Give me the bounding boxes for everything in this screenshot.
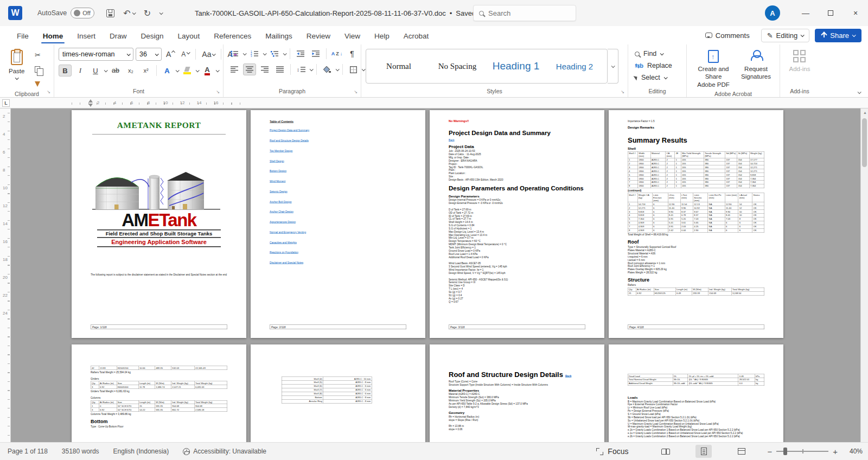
replace-button[interactable]: ⇆bReplace (633, 61, 674, 71)
tab-mailings[interactable]: Mailings (258, 29, 299, 44)
toc-link[interactable]: Shell Design (270, 159, 284, 163)
styles-dialog-launcher[interactable]: ↘ (621, 90, 624, 94)
document-page[interactable]: Table of ContentsProject Design Data and… (251, 110, 425, 338)
indent-marker[interactable] (88, 99, 93, 103)
hanging-indent-marker[interactable] (88, 104, 93, 107)
tab-stop-selector[interactable]: L (2, 99, 10, 107)
line-spacing-button[interactable]: ↕ (295, 63, 308, 75)
find-button[interactable]: Find (633, 49, 674, 59)
word-count[interactable]: 35180 words (62, 448, 99, 455)
tab-design[interactable]: Design (134, 29, 171, 44)
align-left-button[interactable] (228, 63, 241, 75)
redo-button[interactable]: ↻ (144, 8, 151, 18)
align-center-button[interactable] (243, 63, 256, 75)
style-no-spacing[interactable]: No Spacing (428, 51, 487, 81)
create-share-pdf-button[interactable]: Create and Share Adobe PDF (691, 48, 736, 91)
grow-font-button[interactable]: A (164, 49, 177, 60)
shading-button[interactable] (321, 63, 334, 75)
change-case-button[interactable]: Aa (200, 49, 217, 60)
toc-link[interactable]: Bottom Design (270, 170, 286, 173)
document-page[interactable]: No Warnings!!Project Design Data and Sum… (430, 110, 604, 338)
toc-link[interactable]: Top Member Design (270, 149, 293, 152)
bold-button[interactable]: B (59, 65, 72, 76)
collapse-ribbon-button[interactable] (858, 90, 861, 94)
toc-link[interactable]: Normal and Emergency Venting (270, 231, 306, 234)
subscript-button[interactable]: x₂ (124, 65, 137, 76)
sort-button[interactable]: AZ↓ (330, 48, 343, 60)
tab-home[interactable]: Home (36, 29, 71, 44)
clipboard-dialog-launcher[interactable]: ↘ (47, 90, 50, 94)
document-page[interactable]: 4213.83H200X20010.66489.35532.0322,345.4… (72, 344, 246, 442)
add-ins-button[interactable]: Add-ins (785, 48, 815, 75)
increase-indent-button[interactable] (309, 48, 322, 60)
toc-link[interactable]: Disclaimer and Special Notes (270, 261, 303, 264)
document-page[interactable]: Shell (4)A283-C : 10 mmShell (5)A283-C :… (251, 344, 425, 442)
text-effects-button[interactable]: A (161, 65, 174, 76)
language-indicator[interactable]: English (Indonesia) (113, 448, 169, 455)
toc-link[interactable]: Roof and Structure Design Details (270, 139, 309, 142)
document-page[interactable]: Importance Factor = 1.5Design RemarksSum… (609, 110, 783, 338)
zoom-level[interactable]: 40% (845, 448, 863, 455)
highlight-button[interactable] (181, 65, 194, 76)
show-formatting-button[interactable]: ¶ (346, 48, 359, 60)
zoom-in-button[interactable]: + (833, 447, 838, 456)
select-button[interactable]: Select (633, 73, 674, 82)
document-title[interactable]: Tank-7000KL-GASOIL-API-650-Calculation-R… (195, 9, 482, 17)
justify-button[interactable] (273, 63, 286, 75)
tab-acrobat[interactable]: Acrobat (397, 29, 436, 44)
toc-link[interactable]: Appurtenances Design (270, 220, 296, 223)
tab-help[interactable]: Help (367, 29, 397, 44)
format-painter-button[interactable] (31, 78, 44, 90)
accessibility-status[interactable]: Accessibility: Unavailable (183, 448, 266, 455)
font-color-button[interactable]: A (201, 65, 214, 76)
borders-button[interactable] (347, 63, 360, 75)
underline-button[interactable]: U (89, 65, 102, 76)
web-layout-button[interactable] (733, 445, 750, 458)
styles-gallery-more-button[interactable] (608, 49, 618, 84)
minimize-button[interactable]: — (793, 0, 818, 26)
tab-insert[interactable]: Insert (70, 29, 103, 44)
toc-link[interactable]: Wind Moment (270, 180, 285, 183)
read-mode-button[interactable] (658, 445, 674, 458)
maximize-button[interactable] (818, 0, 843, 26)
document-page[interactable]: Roof and Structure Design DetailsBackRoo… (430, 344, 604, 442)
scroll-up-arrow[interactable]: ▲ (863, 111, 867, 114)
toc-link[interactable]: Reactions on Foundation (270, 251, 298, 254)
horizontal-ruler[interactable]: L 24 68 1012 1416 (0, 98, 868, 108)
print-layout-button[interactable] (695, 445, 712, 458)
toc-link[interactable]: Seismic Design (270, 190, 288, 193)
tab-view[interactable]: View (337, 29, 367, 44)
document-page[interactable]: Dead LoadDLDL-pl + DL-ins + DL-add0.46kP… (609, 344, 783, 442)
back-link[interactable]: Back (565, 375, 571, 378)
italic-button[interactable]: I (74, 65, 87, 76)
numbering-button[interactable]: 123 (248, 48, 261, 60)
vertical-ruler[interactable]: 24 68 1012 1416 1820 2224 (0, 108, 11, 442)
tab-review[interactable]: Review (299, 29, 337, 44)
save-button[interactable] (106, 9, 114, 17)
shrink-font-button[interactable]: A (179, 49, 192, 59)
toc-link[interactable]: Anchor Bolt Design (270, 200, 292, 203)
search-input[interactable]: Search (473, 5, 576, 21)
document-page[interactable]: AMETANK REPORTAMETankField Erected and S… (72, 110, 246, 338)
undo-button[interactable]: ↶ (123, 8, 135, 18)
style-heading2[interactable]: Heading 2 (545, 51, 604, 81)
toc-link[interactable]: Capacities and Weights (270, 241, 297, 244)
page-indicator[interactable]: Page 1 of 118 (8, 448, 48, 455)
superscript-button[interactable]: x² (139, 65, 152, 76)
font-dialog-launcher[interactable]: ↘ (216, 90, 220, 94)
user-avatar[interactable]: A (765, 5, 780, 21)
tab-layout[interactable]: Layout (171, 29, 207, 44)
editing-mode-button[interactable]: ✎Editing (761, 29, 810, 42)
scrollbar-thumb[interactable] (862, 118, 867, 167)
toc-link[interactable]: Anchor Chair Design (270, 210, 293, 214)
tab-draw[interactable]: Draw (103, 29, 134, 44)
align-right-button[interactable] (258, 63, 271, 75)
zoom-out-button[interactable]: − (767, 447, 772, 456)
vertical-scrollbar[interactable]: ▲ (860, 108, 868, 442)
zoom-slider[interactable] (776, 451, 828, 452)
tab-references[interactable]: References (207, 29, 258, 44)
paragraph-dialog-launcher[interactable]: ↘ (354, 90, 358, 94)
zoom-slider-thumb[interactable] (783, 448, 787, 455)
strikethrough-button[interactable]: ab (109, 65, 122, 76)
font-name-select[interactable]: times-new-roman (59, 48, 133, 61)
